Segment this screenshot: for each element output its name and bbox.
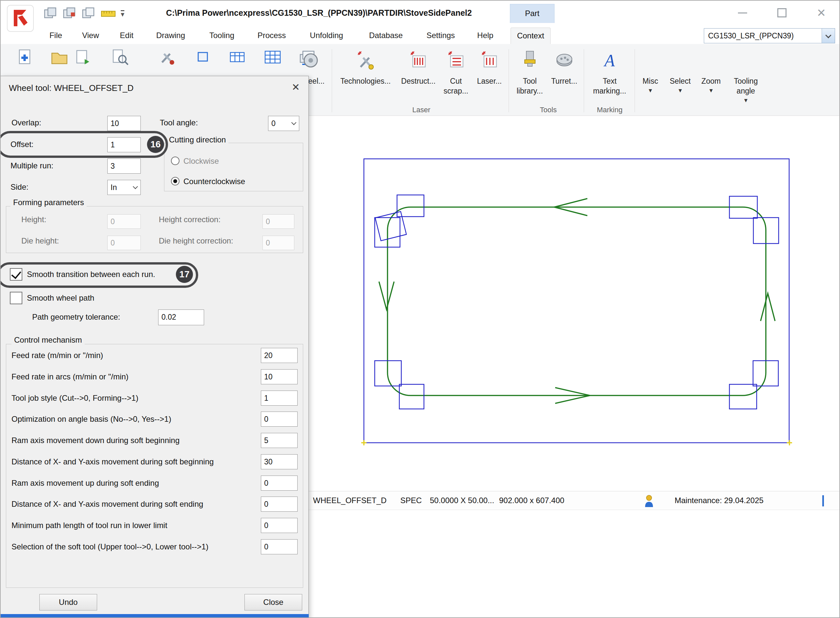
menu-file[interactable]: File [49, 27, 62, 44]
direction-arrow-down [379, 282, 394, 309]
smooth-wheel-path-checkbox[interactable] [10, 292, 22, 304]
chevron-down-icon: ▾ [744, 96, 748, 104]
technologies-icon [355, 50, 376, 76]
xy-ending-input[interactable]: 0 [261, 496, 298, 512]
part-context-tab[interactable]: Part [510, 4, 555, 23]
overlap-input[interactable]: 10 [107, 116, 141, 131]
window-paste-icon[interactable] [62, 7, 77, 21]
ruler-icon[interactable] [100, 7, 116, 21]
control-row-tool-job-style: Tool job style (Cut-->0, Forming-->1) 1 [1, 391, 309, 406]
technologies-button[interactable]: Technologies... [336, 50, 395, 103]
menu-tooling[interactable]: Tooling [209, 27, 234, 44]
path-tolerance-input[interactable]: 0.02 [158, 309, 204, 325]
optimization-input[interactable]: 0 [261, 412, 298, 427]
wheel-tool-dialog: Wheel tool: WHEEL_OFFSET_D ✕ Overlap: 10… [1, 76, 309, 618]
window-new-icon[interactable] [82, 7, 96, 21]
status-tool-name: WHEEL_OFFSET_D [313, 491, 387, 510]
min-path-length-input[interactable]: 0 [261, 518, 298, 533]
ram-up-input[interactable]: 0 [261, 475, 298, 491]
cut-scrap-icon [446, 50, 466, 76]
die-height-correction-label: Die height correction: [159, 236, 233, 245]
menu-unfolding[interactable]: Unfolding [310, 27, 343, 44]
text-marking-icon: A [600, 50, 620, 76]
direction-arrow-up [761, 293, 775, 321]
maximize-button[interactable] [774, 5, 790, 20]
misc-dropdown[interactable]: Misc ▾ [637, 50, 663, 103]
menu-database[interactable]: Database [369, 27, 403, 44]
menu-edit[interactable]: Edit [120, 27, 133, 44]
table-small-button[interactable] [228, 48, 248, 68]
menu-drawing[interactable]: Drawing [156, 27, 185, 44]
status-spec-size: 50.0000 X 50.00... [430, 491, 494, 510]
open-part-button[interactable] [50, 48, 70, 68]
table-large-button[interactable] [263, 48, 283, 68]
control-row-xy-ending: Distance of X- and Y-axis movement durin… [1, 496, 309, 512]
turret-icon [554, 50, 574, 76]
feed-rate-input[interactable]: 20 [261, 348, 298, 363]
close-icon: ✕ [817, 7, 826, 18]
control-row-optimization: Optimization on angle basis (No-->0, Yes… [1, 412, 309, 427]
qat-customize-icon[interactable]: ▾ [121, 10, 125, 18]
die-height-correction-input: 0 [263, 236, 294, 250]
smooth-transition-checkbox[interactable] [10, 268, 22, 281]
ribbon-group-marking: Marking [597, 105, 622, 114]
chevron-down-icon [291, 120, 297, 125]
minimize-button[interactable] [734, 5, 751, 20]
machine-selector[interactable]: CG1530_LSR_(PPCN39) [704, 28, 835, 43]
cut-scrap-button[interactable]: Cut scrap... [437, 50, 475, 103]
chevron-down-icon: ▾ [649, 86, 652, 95]
turret-button[interactable]: Turret... [545, 50, 583, 103]
soft-tool-selection-input[interactable]: 0 [261, 539, 298, 554]
close-window-button[interactable]: ✕ [813, 5, 830, 20]
clockwise-label: Clockwise [183, 156, 219, 166]
app-logo-icon [7, 4, 34, 32]
tool-angle-dropdown[interactable]: 0 [268, 116, 299, 131]
annotation-badge-16: 16 [147, 136, 164, 153]
close-button[interactable]: Close [245, 594, 302, 611]
ram-down-input[interactable]: 5 [261, 433, 298, 448]
text-marking-button[interactable]: A Text marking... [588, 50, 631, 103]
new-part-button[interactable] [15, 48, 35, 68]
svg-text:A: A [603, 51, 615, 70]
tool-footprint-top-left [375, 195, 424, 247]
drawing-canvas[interactable] [309, 116, 840, 491]
sheet-view-button[interactable] [194, 48, 213, 68]
menu-view[interactable]: View [82, 27, 99, 44]
menu-context-active-tab[interactable]: Context [511, 28, 551, 44]
dialog-title: Wheel tool: WHEEL_OFFSET_D [9, 82, 134, 95]
forming-parameters-title: Forming parameters [10, 198, 87, 207]
tool-footprint-bottom-left [375, 361, 424, 409]
wheel-icon [301, 50, 321, 76]
xy-beginning-input[interactable]: 30 [261, 454, 298, 469]
save-part-button[interactable] [74, 48, 93, 68]
window-copy-icon[interactable] [43, 7, 58, 21]
side-dropdown[interactable]: In [107, 180, 141, 195]
feed-rate-arcs-input[interactable]: 10 [261, 369, 298, 384]
tool-job-style-input[interactable]: 1 [261, 391, 298, 406]
preview-button[interactable] [111, 48, 130, 68]
counterclockwise-radio[interactable] [171, 177, 180, 186]
tool-library-button[interactable]: Tool library... [509, 50, 550, 103]
destruct-icon [408, 50, 429, 76]
laser-button[interactable]: Laser... [470, 50, 508, 103]
chevron-down-icon: ▾ [709, 86, 713, 95]
destruct-button[interactable]: Destruct... [397, 50, 440, 103]
menu-help[interactable]: Help [477, 27, 493, 44]
undo-button[interactable]: Undo [39, 594, 97, 611]
zoom-dropdown[interactable]: Zoom ▾ [697, 50, 725, 103]
clockwise-radio[interactable] [171, 156, 180, 165]
control-row-ram-up: Ram axis movement up during soft ending … [1, 475, 309, 491]
forming-parameters-group [6, 206, 303, 253]
select-dropdown[interactable]: Select ▾ [666, 50, 694, 103]
machine-selector-arrow[interactable] [822, 28, 835, 43]
tooling-angle-dropdown[interactable]: Tooling angle ▾ [726, 50, 765, 103]
tool-library-icon [520, 50, 540, 76]
tool-setup-button[interactable] [158, 48, 178, 68]
dialog-close-button[interactable]: ✕ [292, 82, 300, 93]
menu-process[interactable]: Process [258, 27, 286, 44]
offset-input[interactable]: 1 [107, 137, 141, 152]
die-height-label: Die height: [21, 236, 59, 245]
offset-label: Offset: [10, 140, 33, 149]
menu-settings[interactable]: Settings [427, 27, 455, 44]
multiple-run-input[interactable]: 3 [107, 159, 141, 174]
